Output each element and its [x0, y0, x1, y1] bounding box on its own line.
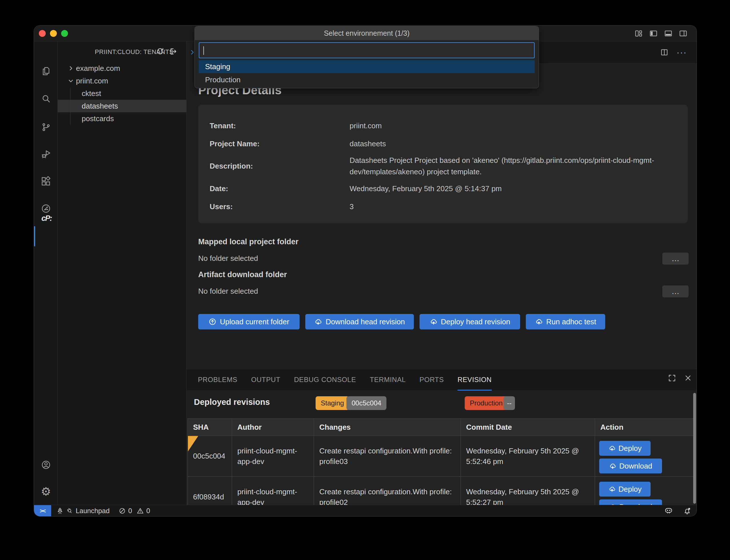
- commit-date-value: Wednesday, February 5th 2025 @ 5:52:27 p…: [466, 487, 592, 508]
- tab-ports[interactable]: PORTS: [419, 369, 444, 391]
- close-panel-icon[interactable]: [684, 374, 692, 382]
- tab-revision[interactable]: REVISION: [457, 369, 492, 391]
- references-icon[interactable]: [41, 203, 51, 214]
- cloud-upload-icon: [608, 445, 616, 452]
- circle-up-icon: [209, 318, 217, 326]
- button-label: Deploy head revision: [441, 317, 510, 326]
- deploy-button[interactable]: Deploy: [599, 482, 651, 497]
- sign-out-icon[interactable]: [169, 47, 177, 56]
- tree-item-label: cktest: [82, 89, 101, 98]
- cloud-upload-icon: [535, 318, 543, 326]
- chevron-down-icon: [67, 77, 74, 84]
- upload-current-folder-button[interactable]: Upload current folder: [198, 314, 300, 329]
- maximize-panel-icon[interactable]: [668, 374, 676, 382]
- tree-item-datasheets[interactable]: datasheets: [58, 100, 187, 112]
- changes-value: Create restapi configuration.With profil…: [319, 446, 457, 467]
- project-name-label: Project Name:: [210, 138, 260, 149]
- run-adhoc-test-button[interactable]: Run adhoc test: [526, 314, 605, 329]
- sha-value: 00c5c004: [193, 451, 229, 461]
- tenant-label: Tenant:: [210, 120, 236, 131]
- tree-item-postcards[interactable]: postcards: [58, 112, 187, 125]
- changes-value: Create restapi configuration.With profil…: [319, 487, 457, 508]
- source-control-icon[interactable]: [41, 122, 51, 132]
- launchpad-status-item[interactable]: Launchpad: [56, 507, 110, 515]
- warning-triangle-icon: [137, 507, 144, 515]
- maximize-window-button[interactable]: [61, 30, 68, 37]
- rocket-icon: [56, 507, 64, 515]
- toggle-secondary-sidebar-icon[interactable]: [679, 29, 687, 38]
- split-editor-icon[interactable]: [660, 48, 669, 57]
- launchpad-label: Launchpad: [76, 507, 110, 515]
- author-value: priint-cloud-mgmt-app-dev: [237, 446, 311, 467]
- close-window-button[interactable]: [39, 30, 46, 37]
- deploy-head-revision-button[interactable]: Deploy head revision: [419, 314, 520, 329]
- quickpick-input[interactable]: [199, 43, 534, 58]
- priint-cloud-icon[interactable]: cP:: [39, 214, 55, 223]
- deploy-button[interactable]: Deploy: [599, 441, 651, 456]
- quickpick-item-staging[interactable]: Staging: [199, 60, 535, 73]
- refresh-icon[interactable]: [156, 47, 165, 56]
- bell-icon: [683, 507, 691, 515]
- accounts-icon[interactable]: [41, 460, 51, 470]
- remote-indicator[interactable]: ><: [34, 505, 51, 517]
- quickpick-body: Staging Production: [195, 40, 539, 88]
- run-and-debug-icon[interactable]: [41, 149, 51, 159]
- tab-problems[interactable]: PROBLEMS: [198, 369, 237, 391]
- tab-debug-console[interactable]: DEBUG CONSOLE: [294, 369, 356, 391]
- extensions-icon[interactable]: [41, 176, 51, 187]
- active-view-indicator: [34, 226, 35, 246]
- search-icon[interactable]: [41, 93, 51, 104]
- artifact-folder-value: No folder selected: [198, 287, 258, 296]
- copilot-icon: [664, 506, 673, 515]
- explorer-icon[interactable]: [41, 66, 51, 76]
- staging-sha-badge: 00c5c004: [347, 396, 386, 410]
- minimize-window-button[interactable]: [50, 30, 57, 37]
- artifact-folder-browse-button[interactable]: …: [662, 285, 689, 297]
- customize-layout-icon[interactable]: [634, 29, 643, 38]
- toggle-primary-sidebar-icon[interactable]: [649, 29, 658, 38]
- button-label: Download: [619, 461, 652, 471]
- tree-item-example-com[interactable]: example.com: [58, 62, 187, 75]
- button-label: Deploy: [619, 484, 642, 495]
- tree-item-label: datasheets: [82, 102, 118, 111]
- button-label: Download head revision: [326, 317, 405, 326]
- production-sha-badge: --: [503, 396, 515, 410]
- button-label: Deploy: [619, 443, 642, 454]
- tree-indent-guide: [70, 88, 71, 125]
- warning-count: 0: [146, 507, 150, 515]
- project-name-value: datasheets: [350, 138, 681, 149]
- panel-tabs: PROBLEMS OUTPUT DEBUG CONSOLE TERMINAL P…: [198, 369, 492, 391]
- date-value: Wednesday, February 5th 2025 @ 5:14:37 p…: [350, 183, 681, 194]
- editor-tabbar-actions: ···: [660, 48, 687, 57]
- button-label: Run adhoc test: [546, 317, 596, 326]
- deployed-revisions-heading: Deployed revisions: [194, 397, 270, 407]
- copilot-status-item[interactable]: [664, 506, 673, 515]
- quickpick-list: Staging Production: [199, 60, 535, 86]
- staging-deployed-marker: [188, 436, 198, 451]
- users-value: 3: [350, 201, 681, 212]
- tree-item-priint-com[interactable]: priint.com: [58, 75, 187, 87]
- mapped-folder-browse-button[interactable]: …: [662, 253, 689, 265]
- download-head-revision-button[interactable]: Download head revision: [305, 314, 414, 329]
- panel-actions: [668, 374, 692, 382]
- tab-output[interactable]: OUTPUT: [251, 369, 280, 391]
- problems-status-item[interactable]: 0 0: [119, 507, 150, 515]
- staging-badge: Staging: [316, 396, 349, 410]
- more-actions-icon[interactable]: ···: [677, 48, 687, 57]
- project-details-card: Tenant: priint.com Project Name: datashe…: [198, 105, 688, 223]
- sha-value: 6f08934d: [193, 492, 229, 502]
- panel-scrollbar[interactable]: [693, 393, 696, 504]
- download-button[interactable]: Download: [599, 459, 662, 473]
- tab-terminal[interactable]: TERMINAL: [370, 369, 406, 391]
- artifact-folder-heading: Artifact download folder: [198, 270, 287, 279]
- tree-item-cktest[interactable]: cktest: [58, 87, 187, 100]
- toggle-panel-icon[interactable]: [664, 29, 673, 38]
- quickpick-item-production[interactable]: Production: [199, 73, 535, 86]
- description-value: Datasheets Project Project based on 'ake…: [350, 155, 681, 177]
- desktop-background: cP: ⚙ PRIINT:CLOUD: TENANTS example.com …: [0, 0, 730, 560]
- notifications-status-item[interactable]: [683, 507, 691, 515]
- author-value: priint-cloud-mgmt-app-dev: [237, 487, 311, 508]
- col-header-changes: Changes: [314, 419, 461, 436]
- tree-item-label: example.com: [76, 64, 120, 73]
- settings-gear-icon[interactable]: ⚙: [41, 486, 51, 496]
